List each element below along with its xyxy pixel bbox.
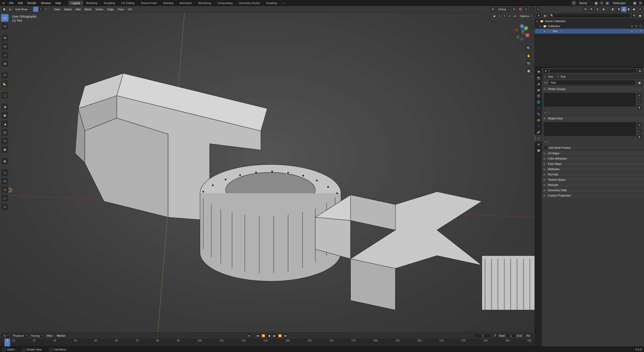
timeline-keying-dropdown[interactable]: Keying — [29, 334, 44, 338]
shape-keys-list[interactable] — [544, 122, 636, 136]
edge-select-mode[interactable]: / — [38, 7, 43, 12]
timeline-track[interactable]: 1 102030 405060 708090 100110120 1301401… — [0, 339, 535, 346]
vertex-group-remove[interactable]: − — [637, 99, 642, 104]
section-geometry-data[interactable]: ▸Geometry Data — [542, 187, 644, 193]
outliner-editor-type[interactable]: ▾ — [536, 13, 541, 18]
pivot-dropdown[interactable]: ⊙ — [511, 7, 516, 12]
outliner-item-text[interactable]: ▸▽ Text ▽ 👁 🖵 📷 — [535, 29, 644, 34]
workspace-add-button[interactable]: + — [280, 1, 287, 5]
header-mesh[interactable]: Mesh — [83, 7, 93, 11]
section-custom-props[interactable]: ▸Custom Properties — [542, 193, 644, 198]
start-frame-field[interactable]: 1 — [506, 334, 516, 338]
section-normals[interactable]: ▸Normals — [542, 172, 644, 177]
object-disable-toggle[interactable]: 🖵 — [634, 29, 638, 33]
tool-extrude[interactable]: ◨ — [1, 103, 9, 111]
object-render-toggle[interactable]: 📷 — [639, 29, 643, 33]
snap-toggle[interactable]: 🧲 — [517, 7, 522, 12]
vertex-select-mode[interactable]: · — [33, 7, 38, 12]
mode-dropdown[interactable]: Edit Mode — [14, 7, 32, 12]
tab-texture[interactable]: ▦ — [535, 147, 542, 153]
visibility-toggle[interactable]: 👁 — [589, 7, 594, 12]
proportional-type[interactable]: ∿ — [536, 7, 541, 12]
jump-start[interactable]: ⏮ — [255, 333, 260, 338]
playhead[interactable]: 1 — [5, 339, 10, 346]
jump-end[interactable]: ⏭ — [283, 333, 288, 338]
viewlayer-new-button[interactable]: ▦ — [632, 1, 637, 5]
shading-dropdown[interactable]: ▾ — [637, 7, 642, 12]
wireframe-shading[interactable]: ⊞ — [616, 7, 621, 12]
jump-nextkey[interactable]: ⏩ — [277, 333, 283, 338]
timeline-view[interactable]: View — [45, 334, 54, 338]
play-forward[interactable]: ▶ — [272, 333, 277, 338]
properties-search[interactable] — [549, 69, 636, 73]
tab-output[interactable]: 🖨 — [535, 81, 542, 87]
header-select[interactable]: Select — [62, 7, 73, 11]
tab-render[interactable]: 📷 — [535, 75, 542, 81]
tool-cursor[interactable]: ✛ — [1, 23, 9, 30]
workspace-shading[interactable]: Shading — [160, 1, 177, 5]
orientation-icon[interactable]: ⊕ — [490, 7, 495, 12]
workspace-scripting[interactable]: Scripting — [263, 1, 280, 5]
workspace-geometry-nodes[interactable]: Geometry Nodes — [236, 1, 263, 5]
object-data-browse[interactable]: ▦ — [637, 80, 642, 85]
mirror-y[interactable]: Y — [502, 14, 507, 18]
header-uv[interactable]: UV — [127, 7, 133, 11]
tool-scale[interactable]: ⤢ — [1, 51, 9, 59]
selectability-toggle[interactable]: ▦ — [492, 14, 497, 19]
outliner-collection[interactable]: ▾📁 Collection ☑ 👁 🖵 — [535, 24, 644, 29]
overlay-toggle[interactable]: ◉ — [601, 7, 606, 12]
tool-shrink[interactable]: ⊙ — [1, 186, 9, 193]
tab-object[interactable]: ▢ — [535, 105, 542, 111]
nav-gizmo[interactable]: X Y Z — [512, 23, 532, 43]
tab-particles[interactable]: ✨ — [535, 117, 542, 123]
header-add[interactable]: Add — [74, 7, 82, 11]
workspace-modeling[interactable]: Modeling — [83, 1, 101, 5]
autokey-toggle[interactable]: ● — [247, 333, 252, 338]
vertex-group-add[interactable]: + — [637, 93, 642, 98]
pan-button[interactable]: ✋ — [526, 53, 532, 59]
viewport-options-dropdown[interactable]: Options — [518, 14, 533, 18]
timeline-marker[interactable]: Marker — [55, 334, 67, 338]
menu-window[interactable]: Window — [39, 1, 53, 5]
viewlayer-name-field[interactable]: ViewLayer — [611, 1, 631, 5]
mirror-z[interactable]: Z — [507, 14, 512, 18]
tab-modifier[interactable]: 🔧 — [535, 111, 542, 117]
tool-smooth[interactable]: ∿ — [1, 169, 9, 176]
scene-name-field[interactable]: Scene — [577, 1, 593, 5]
section-face-maps[interactable]: ▸Face Maps — [542, 161, 644, 166]
xray-toggle[interactable]: ◧ — [610, 7, 615, 12]
outliner-filter-button[interactable]: ⚗ — [631, 13, 636, 18]
face-select-mode[interactable]: ▢ — [43, 7, 48, 12]
proportional-edit[interactable]: ○ — [530, 7, 535, 12]
vertex-groups-list[interactable] — [544, 93, 636, 107]
object-hide-toggle[interactable]: 👁 — [630, 29, 634, 33]
tool-add-cube[interactable]: ▢ — [1, 91, 9, 99]
outliner-search[interactable]: 🔍 — [548, 13, 630, 18]
rendered-shading[interactable]: ◉ — [631, 7, 636, 12]
header-face[interactable]: Face — [116, 7, 125, 11]
outliner-new-collection[interactable]: ▦ — [637, 13, 642, 18]
scene-new-button[interactable]: ▦ — [594, 1, 598, 5]
tool-knife[interactable]: ✂ — [1, 137, 9, 145]
solid-shading[interactable]: ● — [621, 7, 626, 12]
tool-move[interactable]: ✥ — [1, 34, 9, 42]
scene-browse-button[interactable]: 🎬 — [572, 1, 576, 5]
tab-material[interactable]: ◉ — [535, 141, 542, 147]
tool-measure[interactable]: 📐 — [1, 80, 9, 87]
workspace-uv-editing[interactable]: UV Editing — [118, 1, 138, 5]
3d-viewport[interactable]: User Orthographic (1) Text ▭ ✛ ✥ ⟲ ⤢ ⊞ ✎… — [0, 13, 535, 332]
vertex-group-specials[interactable]: ▾ — [637, 105, 642, 110]
shape-key-remove[interactable]: − — [637, 128, 642, 133]
menu-file[interactable]: File — [7, 1, 16, 5]
tool-poly-build[interactable]: ▦ — [1, 146, 9, 153]
section-remesh[interactable]: ▸Remesh — [542, 182, 644, 187]
tool-shear[interactable]: ▱ — [1, 194, 9, 202]
end-frame-field[interactable]: 250 — [523, 334, 533, 338]
timeline-editor-type[interactable]: ◷ — [2, 334, 10, 338]
collection-hide-toggle[interactable]: 👁 — [634, 24, 638, 28]
tool-bevel[interactable]: ◢ — [1, 120, 9, 128]
shape-key-add[interactable]: + — [637, 122, 642, 127]
camera-button[interactable]: 📷 — [526, 60, 532, 66]
viewlayer-delete-button[interactable]: ✕ — [638, 1, 642, 5]
panel-header-shape-keys[interactable]: ▾Shape Keys — [542, 116, 644, 121]
